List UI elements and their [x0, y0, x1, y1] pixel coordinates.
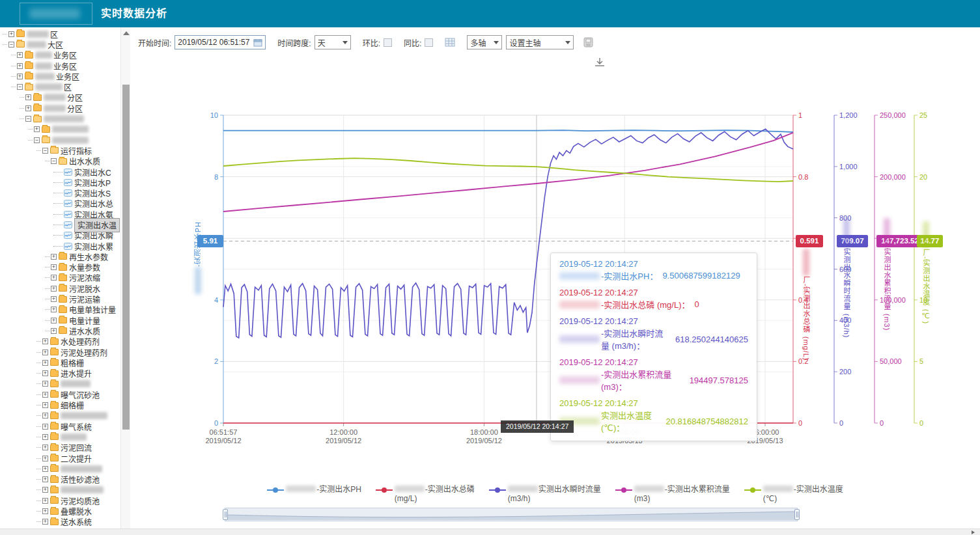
- tree-item-实测出水C[interactable]: 实测出水C: [0, 167, 120, 177]
- tree-item-区[interactable]: +区: [0, 29, 120, 39]
- scroll-right-arrow-icon[interactable]: [972, 530, 975, 534]
- tree-item-label[interactable]: 实测出水温: [74, 218, 120, 232]
- tree-item-label[interactable]: 污泥浓缩: [69, 272, 100, 283]
- tree-item-label[interactable]: 实测出水累: [74, 241, 113, 252]
- tree-item-label[interactable]: 污泥回流: [61, 442, 92, 453]
- legend-item-实测出水温度[interactable]: -实测出水温度(℃): [744, 485, 843, 503]
- huanbi-checkbox[interactable]: [384, 38, 392, 47]
- tree-item-再生水参数[interactable]: +再生水参数: [0, 251, 120, 262]
- tree-item-label[interactable]: 二次提升: [61, 453, 92, 464]
- tree-scrollbar[interactable]: [120, 27, 130, 528]
- expand-toggle[interactable]: +: [42, 360, 48, 366]
- tree-item-送水系统[interactable]: +送水系统: [0, 517, 120, 527]
- expand-toggle[interactable]: +: [42, 434, 48, 440]
- tree-item-label[interactable]: 水量参数: [69, 262, 100, 273]
- tree-item-label[interactable]: 业务区: [53, 49, 77, 61]
- expand-toggle[interactable]: +: [51, 328, 57, 334]
- legend-item-实测出水总磷[interactable]: -实测出水总磷(mg/L): [376, 485, 475, 503]
- tree-item-label[interactable]: 实测出水总: [74, 198, 113, 209]
- tree-item-实测出水温[interactable]: 实测出水温: [0, 219, 120, 230]
- tree-item-redacted[interactable]: −: [0, 135, 120, 145]
- tree-item-redacted[interactable]: +: [0, 379, 120, 389]
- collapse-toggle[interactable]: −: [25, 116, 31, 122]
- scroll-up-arrow-icon[interactable]: [123, 31, 130, 35]
- calendar-icon[interactable]: [253, 38, 262, 47]
- tree-item-label[interactable]: 污泥均质池: [61, 495, 100, 506]
- tree-item-污泥处理药剂[interactable]: +污泥处理药剂: [0, 347, 120, 357]
- tree-item-label[interactable]: 污泥脱水: [69, 283, 100, 294]
- tree-item-label[interactable]: 运行指标: [61, 145, 92, 156]
- tree-item-redacted[interactable]: +: [0, 485, 120, 495]
- tree-item-label[interactable]: 业务区: [56, 71, 79, 82]
- tree-item-业务区[interactable]: +业务区: [0, 61, 120, 71]
- tree-item-label[interactable]: 污泥运输: [69, 294, 100, 305]
- expand-toggle[interactable]: +: [51, 318, 57, 323]
- tree-item-label[interactable]: 再生水参数: [69, 251, 108, 262]
- expand-toggle[interactable]: +: [42, 498, 48, 504]
- time-span-select[interactable]: 天: [315, 35, 351, 49]
- collapse-toggle[interactable]: −: [51, 158, 57, 164]
- legend-item-实测出水累积流量[interactable]: -实测出水累积流量(m3): [615, 485, 730, 503]
- multi-axis-select[interactable]: 多轴: [467, 35, 502, 49]
- expand-toggle[interactable]: +: [42, 381, 48, 387]
- tree-item-redacted[interactable]: +: [0, 463, 120, 474]
- expand-toggle[interactable]: +: [42, 350, 48, 355]
- tree-item-redacted[interactable]: +: [0, 432, 120, 442]
- tree-item-实测出水总[interactable]: 实测出水总: [0, 199, 120, 209]
- collapse-toggle[interactable]: −: [8, 42, 14, 48]
- tree-item-电量计量[interactable]: +电量计量: [0, 315, 120, 325]
- expand-toggle[interactable]: +: [25, 105, 31, 111]
- tree-item-label[interactable]: 叠螺脱水: [61, 506, 92, 517]
- tree-item-label[interactable]: 污泥处理药剂: [61, 347, 107, 358]
- tree-item-污泥均质池[interactable]: +污泥均质池: [0, 495, 120, 506]
- tree-item-水处理药剂[interactable]: +水处理药剂: [0, 336, 120, 347]
- tree-item-业务区[interactable]: +业务区: [0, 50, 120, 61]
- tree-item-label[interactable]: 分区: [67, 92, 83, 103]
- collapse-toggle[interactable]: −: [42, 148, 48, 154]
- legend-item-实测出水瞬时流量[interactable]: 实测出水瞬时流量(m3/h): [489, 485, 601, 503]
- tree-item-label[interactable]: 区: [64, 81, 72, 92]
- collapse-toggle[interactable]: −: [34, 137, 40, 143]
- expand-toggle[interactable]: +: [25, 94, 31, 100]
- tree-item-label[interactable]: 分区: [67, 103, 83, 114]
- expand-toggle[interactable]: +: [51, 296, 57, 302]
- tree-item-label[interactable]: 区: [50, 29, 58, 40]
- tree-item-redacted[interactable]: +: [0, 411, 120, 421]
- tree-item-label[interactable]: 大区: [48, 39, 63, 50]
- tree-item-label[interactable]: 实测出水S: [74, 187, 111, 199]
- expand-toggle[interactable]: +: [42, 445, 48, 450]
- tree-item-粗格栅[interactable]: +粗格栅: [0, 357, 120, 368]
- expand-toggle[interactable]: +: [42, 413, 48, 418]
- tree-item-进水水质[interactable]: +进水水质: [0, 325, 120, 336]
- expand-toggle[interactable]: +: [17, 74, 23, 79]
- tree-item-细格栅[interactable]: +细格栅: [0, 400, 120, 410]
- tree-item-label[interactable]: 实测出水P: [74, 177, 111, 188]
- start-time-input[interactable]: 2019/05/12 06:51:57: [175, 35, 266, 49]
- expand-toggle[interactable]: +: [42, 338, 48, 344]
- tree-item-label[interactable]: 电量单独计量: [69, 304, 116, 315]
- legend-item-实测出水PH[interactable]: -实测出水PH: [267, 485, 361, 495]
- tree-item-污泥回流[interactable]: +污泥回流: [0, 443, 120, 453]
- tree-item-label[interactable]: 送水系统: [61, 516, 92, 527]
- save-report-icon[interactable]: [583, 37, 594, 48]
- collapse-toggle[interactable]: −: [17, 84, 23, 90]
- tree-item-曝气沉砂池[interactable]: +曝气沉砂池: [0, 389, 120, 400]
- datazoom-left-handle[interactable]: [223, 509, 228, 520]
- expand-toggle[interactable]: +: [8, 31, 14, 37]
- tree-item-电量单独计量[interactable]: +电量单独计量: [0, 305, 120, 315]
- tree-item-label[interactable]: 出水水质: [69, 156, 100, 167]
- datazoom-right-handle[interactable]: [794, 509, 800, 520]
- expand-toggle[interactable]: +: [17, 52, 23, 58]
- tongbi-checkbox[interactable]: [425, 38, 433, 47]
- download-icon[interactable]: [593, 56, 607, 69]
- expand-toggle[interactable]: +: [42, 392, 48, 398]
- tree-item-label[interactable]: 进水水质: [69, 325, 100, 336]
- tree-item-分区[interactable]: +分区: [0, 92, 120, 103]
- tree-item-label[interactable]: 活性砂滤池: [61, 474, 100, 485]
- tree-item-二次提升[interactable]: +二次提升: [0, 453, 120, 463]
- tree-item-label[interactable]: 粗格栅: [61, 357, 84, 368]
- set-main-axis-select[interactable]: 设置主轴: [506, 35, 574, 49]
- page-horizontal-scrollbar[interactable]: [0, 528, 980, 535]
- expand-toggle[interactable]: +: [51, 254, 57, 260]
- tree-item-活性砂滤池[interactable]: +活性砂滤池: [0, 474, 120, 484]
